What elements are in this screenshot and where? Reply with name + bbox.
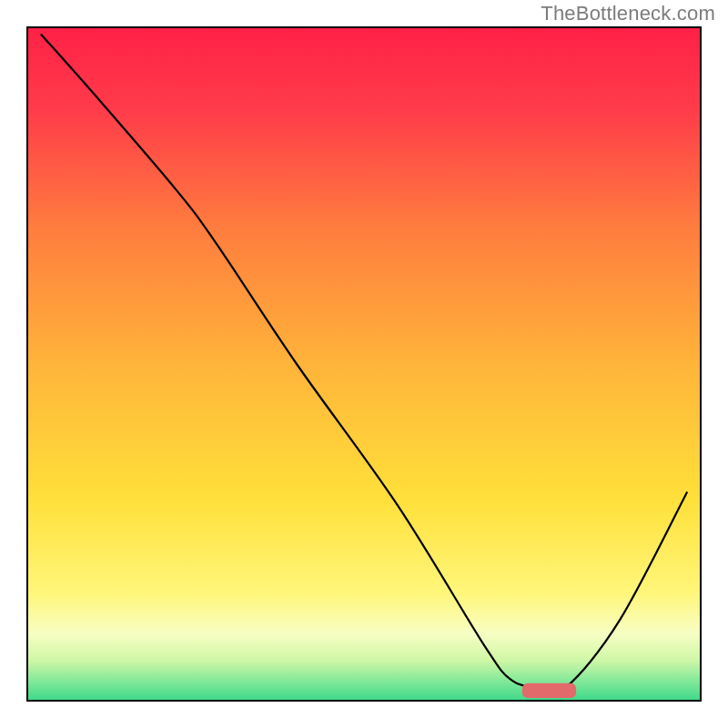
chart-container: TheBottleneck.com [0, 0, 728, 728]
plot-area [27, 27, 701, 701]
bottleneck-chart [0, 0, 728, 728]
watermark-text: TheBottleneck.com [541, 2, 715, 25]
plot-background [27, 27, 701, 701]
optimal-range-marker [522, 683, 576, 698]
